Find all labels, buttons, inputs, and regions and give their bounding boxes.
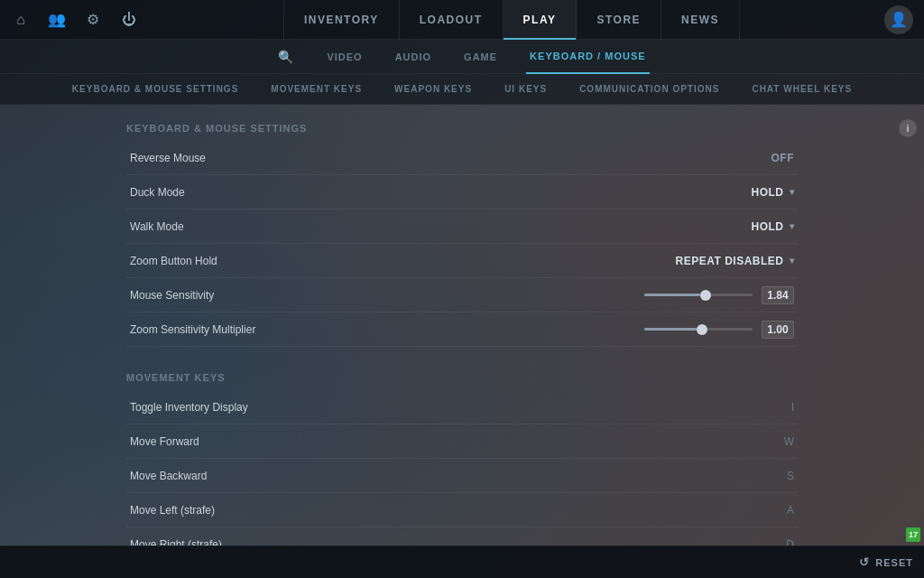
row-move-backward[interactable]: Move Backward S xyxy=(126,459,798,493)
zoom-button-hold-label: Zoom Button Hold xyxy=(130,255,217,267)
mouse-sensitivity-slider-container: 1.84 xyxy=(644,286,794,304)
walk-mode-arrow: ▾ xyxy=(790,221,795,231)
nav-item-store[interactable]: Store xyxy=(577,0,661,40)
toggle-inventory-label: Toggle Inventory Display xyxy=(130,401,248,414)
reverse-mouse-value: OFF xyxy=(772,152,795,164)
move-left-value: A xyxy=(787,504,794,517)
top-nav-left-icons: ⌂ 👥 ⚙ ⏻ xyxy=(11,10,139,30)
move-right-value: D xyxy=(786,538,794,546)
zoom-sensitivity-label: Zoom Sensitivity Multiplier xyxy=(130,323,255,336)
mouse-sensitivity-thumb[interactable] xyxy=(700,290,711,301)
move-forward-value: W xyxy=(784,435,794,448)
row-toggle-inventory[interactable]: Toggle Inventory Display I xyxy=(126,390,798,424)
search-icon[interactable]: 🔍 xyxy=(274,40,298,74)
sub-nav-keyboard-mouse[interactable]: Keyboard / Mouse xyxy=(526,40,649,74)
tab-ui-keys[interactable]: UI Keys xyxy=(488,74,563,105)
nav-item-loadout[interactable]: Loadout xyxy=(400,0,504,40)
row-move-left-strafe[interactable]: Move Left (strafe) A xyxy=(126,493,798,527)
reverse-mouse-label: Reverse Mouse xyxy=(130,152,206,164)
nav-item-news[interactable]: News xyxy=(661,0,740,40)
zoom-sensitivity-thumb[interactable] xyxy=(697,324,707,335)
row-zoom-sensitivity-multiplier[interactable]: Zoom Sensitivity Multiplier 1.00 xyxy=(126,312,798,347)
row-mouse-sensitivity[interactable]: Mouse Sensitivity 1.84 xyxy=(126,278,798,312)
move-backward-value: S xyxy=(787,470,794,482)
row-move-right-strafe[interactable]: Move Right (strafe) D xyxy=(126,527,798,545)
main-content: i Keyboard & Mouse Settings Reverse Mous… xyxy=(0,105,924,545)
power-icon[interactable]: ⏻ xyxy=(119,10,139,30)
move-right-label: Move Right (strafe) xyxy=(130,538,222,546)
move-left-label: Move Left (strafe) xyxy=(130,504,215,517)
duck-mode-label: Duck Mode xyxy=(130,186,185,199)
walk-mode-label: Walk Mode xyxy=(130,220,184,233)
mouse-sensitivity-fill xyxy=(644,294,700,296)
section-movement-keys-title: Movement Keys xyxy=(126,372,798,383)
row-zoom-button-hold[interactable]: Zoom Button Hold REPEAT DISABLED ▾ xyxy=(126,244,798,278)
people-icon[interactable]: 👥 xyxy=(47,10,67,30)
tab-chat-wheel-keys[interactable]: Chat Wheel Keys xyxy=(735,74,868,105)
tab-communication-options[interactable]: Communication Options xyxy=(563,74,735,105)
section-keyboard-mouse-title: Keyboard & Mouse Settings xyxy=(126,123,798,134)
info-button[interactable]: i xyxy=(899,119,917,137)
zoom-button-hold-arrow: ▾ xyxy=(790,256,795,266)
mouse-sensitivity-value: 1.84 xyxy=(762,286,794,304)
settings-tabs: Keyboard & Mouse Settings Movement Keys … xyxy=(0,74,924,105)
top-nav-menu: Inventory Loadout Play Store News xyxy=(283,0,740,40)
tab-movement-keys[interactable]: Movement Keys xyxy=(254,74,378,105)
row-move-forward[interactable]: Move Forward W xyxy=(126,424,798,459)
zoom-sensitivity-fill xyxy=(644,328,697,331)
row-walk-mode[interactable]: Walk Mode HOLD ▾ xyxy=(126,210,798,244)
row-duck-mode[interactable]: Duck Mode HOLD ▾ xyxy=(126,175,798,210)
toggle-inventory-value: I xyxy=(791,401,794,414)
sub-nav: 🔍 Video Audio Game Keyboard / Mouse xyxy=(0,40,924,74)
move-backward-label: Move Backward xyxy=(130,470,207,482)
tab-weapon-keys[interactable]: Weapon Keys xyxy=(378,74,488,105)
walk-mode-value: HOLD ▾ xyxy=(752,220,795,233)
tab-keyboard-mouse-settings[interactable]: Keyboard & Mouse Settings xyxy=(56,74,254,105)
nav-item-play[interactable]: Play xyxy=(504,0,578,40)
reset-button[interactable]: ↺ RESET xyxy=(859,555,913,569)
zoom-sensitivity-slider-container: 1.00 xyxy=(644,321,794,339)
user-avatar[interactable]: 👤 xyxy=(884,5,913,34)
sub-nav-game[interactable]: Game xyxy=(460,40,501,74)
sub-nav-audio[interactable]: Audio xyxy=(392,40,435,74)
zoom-sensitivity-value: 1.00 xyxy=(762,321,794,339)
duck-mode-arrow: ▾ xyxy=(790,187,795,197)
mouse-sensitivity-track[interactable] xyxy=(644,294,753,296)
top-nav: ⌂ 👥 ⚙ ⏻ Inventory Loadout Play Store New… xyxy=(0,0,924,40)
level-badge: 17 xyxy=(906,527,920,542)
home-icon[interactable]: ⌂ xyxy=(11,10,31,30)
sub-nav-video[interactable]: Video xyxy=(323,40,365,74)
mouse-sensitivity-label: Mouse Sensitivity xyxy=(130,289,214,302)
nav-item-inventory[interactable]: Inventory xyxy=(283,0,400,40)
zoom-sensitivity-track[interactable] xyxy=(644,328,753,331)
gear-icon[interactable]: ⚙ xyxy=(83,10,103,30)
reset-icon: ↺ xyxy=(859,555,870,569)
move-forward-label: Move Forward xyxy=(130,435,199,448)
row-reverse-mouse[interactable]: Reverse Mouse OFF xyxy=(126,141,798,175)
reset-label: RESET xyxy=(875,557,913,568)
zoom-button-hold-value: REPEAT DISABLED ▾ xyxy=(676,255,794,267)
duck-mode-value: HOLD ▾ xyxy=(752,186,795,199)
bottom-bar: ↺ RESET 17 xyxy=(0,545,924,578)
